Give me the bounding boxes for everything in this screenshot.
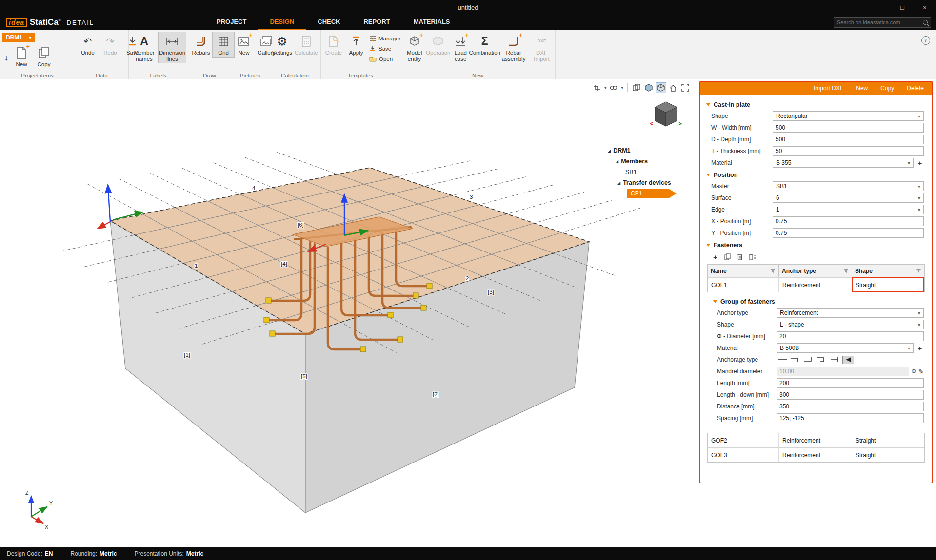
tree-item-members[interactable]: ◢ Members	[608, 156, 695, 167]
filter-icon[interactable]	[843, 269, 849, 273]
y-position-input[interactable]	[773, 228, 924, 238]
add-material-button[interactable]: +	[916, 159, 924, 167]
menu-check[interactable]: CHECK	[306, 15, 352, 30]
chevron-down-icon[interactable]: ▾	[604, 85, 607, 90]
table-row-gof2[interactable]: GOF2 Reinforcement Straight	[708, 433, 924, 447]
filter-icon[interactable]	[916, 269, 921, 273]
clip-planes-icon[interactable]	[608, 82, 619, 93]
maximize-button[interactable]: □	[891, 0, 914, 15]
new-project-item-button[interactable]: + New	[10, 43, 33, 69]
plate-thickness-input[interactable]	[773, 146, 924, 156]
table-row-gof3[interactable]: GOF3 Reinforcement Straight	[708, 447, 924, 462]
3d-viewport[interactable]: 4 3 1 2 [6] [4] [3] [1] [5] [2] Z Y X	[0, 79, 697, 547]
master-select[interactable]: SB1▾	[773, 181, 924, 191]
template-manager-button[interactable]: Manager	[367, 34, 402, 43]
collapse-chevron-icon[interactable]	[706, 244, 710, 247]
tree-expanded-icon[interactable]: ◢	[617, 181, 620, 185]
anchorage-hook-icon[interactable]	[816, 356, 828, 364]
diameter-input[interactable]	[777, 331, 924, 341]
search-box[interactable]	[834, 17, 931, 28]
tree-item-transfer-devices[interactable]: ◢ Transfer devices	[608, 177, 695, 188]
shaded-view-icon[interactable]	[656, 82, 666, 93]
column-header-name[interactable]: Name	[708, 265, 779, 277]
collapse-chevron-icon[interactable]	[706, 103, 710, 106]
collapse-chevron-icon[interactable]	[706, 174, 710, 176]
plate-width-input[interactable]	[773, 123, 924, 133]
navigation-cube[interactable]	[649, 98, 683, 130]
plate-shape-select[interactable]: Rectangular▾	[773, 111, 924, 121]
combination-button[interactable]: Σ Combination	[472, 32, 498, 58]
column-header-shape[interactable]: Shape	[852, 265, 924, 277]
anchorage-head-icon[interactable]	[829, 356, 841, 364]
duplicate-fastener-button[interactable]	[723, 253, 732, 261]
section-plane-icon[interactable]	[592, 82, 602, 93]
column-header-anchor-type[interactable]: Anchor type	[779, 265, 852, 277]
load-case-button[interactable]: + Load case	[449, 32, 472, 63]
new-fastener-group-button[interactable]: New	[856, 85, 868, 92]
menu-materials[interactable]: MATERIALS	[402, 15, 462, 30]
template-save-button[interactable]: Save	[367, 44, 402, 53]
menu-design[interactable]: DESIGN	[258, 15, 306, 30]
tree-item-cp1[interactable]: CP1	[608, 188, 695, 199]
tree-expanded-icon[interactable]: ◢	[616, 159, 618, 164]
edit-pencil-icon[interactable]: ✎	[918, 368, 924, 375]
anchorage-bend-up-icon[interactable]	[803, 356, 815, 364]
close-button[interactable]: ×	[914, 0, 936, 15]
undo-button[interactable]: ↶ Undo	[77, 32, 99, 58]
section-fasteners[interactable]: Fasteners	[703, 240, 929, 251]
plate-depth-input[interactable]	[773, 135, 924, 144]
import-dxf-button[interactable]: Import DXF	[814, 85, 843, 92]
rebar-assembly-button[interactable]: + Rebar assembly	[498, 32, 530, 63]
filter-icon[interactable]	[770, 269, 776, 273]
anchorage-bend-down-icon[interactable]	[790, 356, 801, 364]
3d-scene-canvas[interactable]: 4 3 1 2 [6] [4] [3] [1] [5] [2] Z Y X	[0, 79, 697, 547]
menu-report[interactable]: REPORT	[352, 15, 401, 30]
home-view-icon[interactable]	[668, 82, 678, 93]
chevron-down-icon[interactable]: ▾	[620, 85, 624, 90]
anchorage-selected-icon[interactable]	[842, 356, 854, 364]
minimize-button[interactable]: –	[869, 0, 891, 15]
tree-item-sb1[interactable]: SB1	[608, 167, 695, 177]
new-picture-button[interactable]: + New	[233, 32, 255, 58]
edge-select[interactable]: 1▾	[773, 205, 924, 214]
info-icon[interactable]: i	[921, 36, 930, 45]
item-navigate-down-icon[interactable]: ↓	[1, 51, 10, 69]
search-icon[interactable]	[923, 20, 928, 25]
dimension-lines-toggle[interactable]: Dimension lines	[158, 32, 186, 63]
search-input[interactable]	[837, 19, 920, 25]
anchor-type-select[interactable]: Reinforcement▾	[777, 308, 924, 318]
collapse-chevron-icon[interactable]	[713, 300, 717, 303]
section-group-of-fasteners[interactable]: Group of fasteners	[703, 296, 929, 307]
anchorage-straight-icon[interactable]	[777, 356, 788, 364]
tree-item-drm1[interactable]: ◢ DRM1	[608, 145, 695, 156]
x-position-input[interactable]	[773, 216, 924, 226]
solid-view-icon[interactable]	[643, 82, 654, 93]
active-project-item-dropdown[interactable]: DRM1 ▾	[2, 33, 35, 42]
selected-item-banner[interactable]: CP1	[627, 189, 669, 198]
delete-all-fasteners-button[interactable]	[748, 253, 756, 261]
section-position[interactable]: Position	[703, 170, 929, 180]
fastener-shape-select[interactable]: L - shape▾	[777, 320, 924, 329]
member-names-toggle[interactable]: A Member names	[130, 32, 158, 63]
spacing-input[interactable]	[777, 413, 924, 423]
surface-select[interactable]: 6▾	[773, 193, 924, 203]
apply-template-button[interactable]: Apply	[345, 32, 367, 58]
copy-button[interactable]: Copy	[880, 85, 894, 92]
delete-button[interactable]: Delete	[907, 85, 924, 92]
table-row-gof1[interactable]: GOF1 Reinforcement Straight	[708, 277, 924, 292]
length-down-input[interactable]	[777, 390, 924, 400]
fastener-material-select[interactable]: B 500B▾	[777, 343, 914, 353]
menu-project[interactable]: PROJECT	[205, 15, 258, 30]
rebars-button[interactable]: Rebars	[190, 32, 212, 58]
tree-expanded-icon[interactable]: ◢	[608, 149, 611, 153]
zoom-fit-icon[interactable]	[680, 82, 691, 93]
length-input[interactable]	[777, 378, 924, 388]
copy-project-item-button[interactable]: Copy	[33, 43, 55, 69]
add-material-button[interactable]: +	[916, 344, 924, 352]
delete-fastener-button[interactable]	[736, 253, 744, 261]
plate-material-select[interactable]: S 355▾	[773, 158, 914, 168]
distance-input[interactable]	[777, 402, 924, 411]
template-open-button[interactable]: Open	[367, 54, 402, 63]
selected-cell[interactable]: Straight	[852, 277, 924, 292]
section-cast-in-plate[interactable]: Cast-in plate	[703, 99, 929, 110]
